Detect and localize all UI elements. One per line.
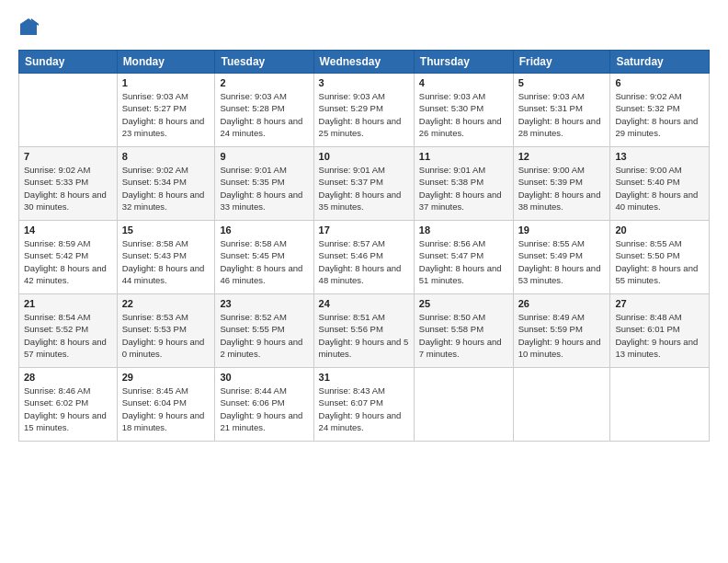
calendar-week-row: 28Sunrise: 8:46 AMSunset: 6:02 PMDayligh… [19, 368, 710, 442]
calendar-header-row: SundayMondayTuesdayWednesdayThursdayFrid… [19, 51, 710, 74]
day-info: Sunrise: 9:01 AMSunset: 5:38 PMDaylight:… [419, 164, 508, 213]
day-info: Sunrise: 8:52 AMSunset: 5:55 PMDaylight:… [220, 311, 308, 360]
calendar-cell: 16Sunrise: 8:58 AMSunset: 5:45 PMDayligh… [215, 221, 313, 294]
calendar-container: SundayMondayTuesdayWednesdayThursdayFrid… [0, 0, 728, 451]
calendar-cell: 12Sunrise: 9:00 AMSunset: 5:39 PMDayligh… [513, 147, 610, 221]
calendar-cell: 11Sunrise: 9:01 AMSunset: 5:38 PMDayligh… [414, 147, 513, 221]
day-of-week-header: Thursday [414, 51, 513, 74]
day-info: Sunrise: 8:56 AMSunset: 5:47 PMDaylight:… [419, 237, 508, 286]
calendar-cell: 14Sunrise: 8:59 AMSunset: 5:42 PMDayligh… [19, 221, 118, 294]
day-info: Sunrise: 9:02 AMSunset: 5:32 PMDaylight:… [615, 90, 704, 139]
calendar-cell [513, 368, 610, 442]
day-number: 16 [220, 224, 308, 236]
calendar-cell [610, 368, 710, 442]
day-info: Sunrise: 8:49 AMSunset: 5:59 PMDaylight:… [518, 311, 606, 360]
day-of-week-header: Sunday [19, 51, 118, 74]
calendar-cell: 25Sunrise: 8:50 AMSunset: 5:58 PMDayligh… [414, 294, 513, 368]
day-info: Sunrise: 8:45 AMSunset: 6:04 PMDaylight:… [122, 385, 210, 433]
logo-text [18, 17, 39, 40]
day-of-week-header: Monday [117, 51, 215, 74]
day-number: 28 [24, 372, 112, 383]
day-of-week-header: Friday [513, 51, 610, 74]
day-number: 19 [518, 224, 606, 236]
calendar-cell: 18Sunrise: 8:56 AMSunset: 5:47 PMDayligh… [414, 221, 513, 294]
day-number: 2 [220, 77, 308, 88]
calendar-week-row: 7Sunrise: 9:02 AMSunset: 5:33 PMDaylight… [19, 147, 710, 221]
day-info: Sunrise: 9:03 AMSunset: 5:27 PMDaylight:… [122, 90, 210, 139]
day-info: Sunrise: 8:55 AMSunset: 5:50 PMDaylight:… [615, 237, 704, 286]
day-number: 13 [615, 151, 704, 162]
day-number: 25 [419, 298, 508, 309]
calendar-cell [19, 74, 118, 147]
day-number: 4 [419, 77, 508, 88]
day-number: 1 [122, 77, 210, 88]
calendar-cell: 27Sunrise: 8:48 AMSunset: 6:01 PMDayligh… [610, 294, 710, 368]
day-number: 23 [220, 298, 308, 309]
calendar-cell: 26Sunrise: 8:49 AMSunset: 5:59 PMDayligh… [513, 294, 610, 368]
calendar-cell: 6Sunrise: 9:02 AMSunset: 5:32 PMDaylight… [610, 74, 710, 147]
calendar-cell: 23Sunrise: 8:52 AMSunset: 5:55 PMDayligh… [215, 294, 313, 368]
day-number: 26 [518, 298, 606, 309]
day-number: 22 [122, 298, 210, 309]
calendar-cell: 8Sunrise: 9:02 AMSunset: 5:34 PMDaylight… [117, 147, 215, 221]
day-info: Sunrise: 8:55 AMSunset: 5:49 PMDaylight:… [518, 237, 606, 286]
day-info: Sunrise: 9:02 AMSunset: 5:34 PMDaylight:… [122, 164, 210, 213]
day-number: 27 [615, 298, 704, 309]
day-info: Sunrise: 8:44 AMSunset: 6:06 PMDaylight:… [220, 385, 308, 433]
day-info: Sunrise: 8:58 AMSunset: 5:43 PMDaylight:… [122, 237, 210, 286]
day-number: 6 [615, 77, 704, 88]
calendar-cell [414, 368, 513, 442]
day-of-week-header: Wednesday [313, 51, 414, 74]
calendar-week-row: 21Sunrise: 8:54 AMSunset: 5:52 PMDayligh… [19, 294, 710, 368]
day-info: Sunrise: 9:00 AMSunset: 5:39 PMDaylight:… [518, 164, 606, 213]
day-info: Sunrise: 9:03 AMSunset: 5:31 PMDaylight:… [518, 90, 606, 139]
calendar-table: SundayMondayTuesdayWednesdayThursdayFrid… [18, 50, 710, 442]
calendar-cell: 5Sunrise: 9:03 AMSunset: 5:31 PMDaylight… [513, 74, 610, 147]
calendar-cell: 30Sunrise: 8:44 AMSunset: 6:06 PMDayligh… [215, 368, 313, 442]
day-info: Sunrise: 8:58 AMSunset: 5:45 PMDaylight:… [220, 237, 308, 286]
day-number: 15 [122, 224, 210, 236]
calendar-cell: 24Sunrise: 8:51 AMSunset: 5:56 PMDayligh… [313, 294, 414, 368]
day-of-week-header: Saturday [610, 51, 710, 74]
day-number: 8 [122, 151, 210, 162]
calendar-cell: 15Sunrise: 8:58 AMSunset: 5:43 PMDayligh… [117, 221, 215, 294]
calendar-cell: 19Sunrise: 8:55 AMSunset: 5:49 PMDayligh… [513, 221, 610, 294]
day-info: Sunrise: 9:03 AMSunset: 5:30 PMDaylight:… [419, 90, 508, 139]
calendar-cell: 28Sunrise: 8:46 AMSunset: 6:02 PMDayligh… [19, 368, 118, 442]
day-info: Sunrise: 8:50 AMSunset: 5:58 PMDaylight:… [419, 311, 508, 360]
day-number: 29 [122, 372, 210, 383]
day-number: 11 [419, 151, 508, 162]
day-number: 17 [319, 224, 409, 236]
calendar-header [18, 17, 710, 40]
day-info: Sunrise: 8:48 AMSunset: 6:01 PMDaylight:… [615, 311, 704, 360]
calendar-cell: 20Sunrise: 8:55 AMSunset: 5:50 PMDayligh… [610, 221, 710, 294]
calendar-cell: 4Sunrise: 9:03 AMSunset: 5:30 PMDaylight… [414, 74, 513, 147]
calendar-cell: 7Sunrise: 9:02 AMSunset: 5:33 PMDaylight… [19, 147, 118, 221]
day-info: Sunrise: 8:57 AMSunset: 5:46 PMDaylight:… [319, 237, 409, 286]
day-number: 3 [319, 77, 409, 88]
day-info: Sunrise: 8:54 AMSunset: 5:52 PMDaylight:… [24, 311, 112, 360]
day-info: Sunrise: 8:43 AMSunset: 6:07 PMDaylight:… [319, 385, 409, 433]
calendar-cell: 9Sunrise: 9:01 AMSunset: 5:35 PMDaylight… [215, 147, 313, 221]
calendar-cell: 22Sunrise: 8:53 AMSunset: 5:53 PMDayligh… [117, 294, 215, 368]
day-number: 30 [220, 372, 308, 383]
day-number: 20 [615, 224, 704, 236]
day-info: Sunrise: 9:03 AMSunset: 5:28 PMDaylight:… [220, 90, 308, 139]
day-info: Sunrise: 9:03 AMSunset: 5:29 PMDaylight:… [319, 90, 409, 139]
day-info: Sunrise: 9:00 AMSunset: 5:40 PMDaylight:… [615, 164, 704, 213]
calendar-week-row: 1Sunrise: 9:03 AMSunset: 5:27 PMDaylight… [19, 74, 710, 147]
calendar-cell: 21Sunrise: 8:54 AMSunset: 5:52 PMDayligh… [19, 294, 118, 368]
day-number: 24 [319, 298, 409, 309]
calendar-cell: 2Sunrise: 9:03 AMSunset: 5:28 PMDaylight… [215, 74, 313, 147]
logo [18, 17, 42, 40]
day-number: 21 [24, 298, 112, 309]
day-number: 10 [319, 151, 409, 162]
day-info: Sunrise: 8:46 AMSunset: 6:02 PMDaylight:… [24, 385, 112, 433]
day-of-week-header: Tuesday [215, 51, 313, 74]
day-info: Sunrise: 8:59 AMSunset: 5:42 PMDaylight:… [24, 237, 112, 286]
day-info: Sunrise: 8:51 AMSunset: 5:56 PMDaylight:… [319, 311, 409, 360]
day-number: 31 [319, 372, 409, 383]
logo-icon [18, 17, 39, 37]
day-number: 5 [518, 77, 606, 88]
day-info: Sunrise: 9:02 AMSunset: 5:33 PMDaylight:… [24, 164, 112, 213]
